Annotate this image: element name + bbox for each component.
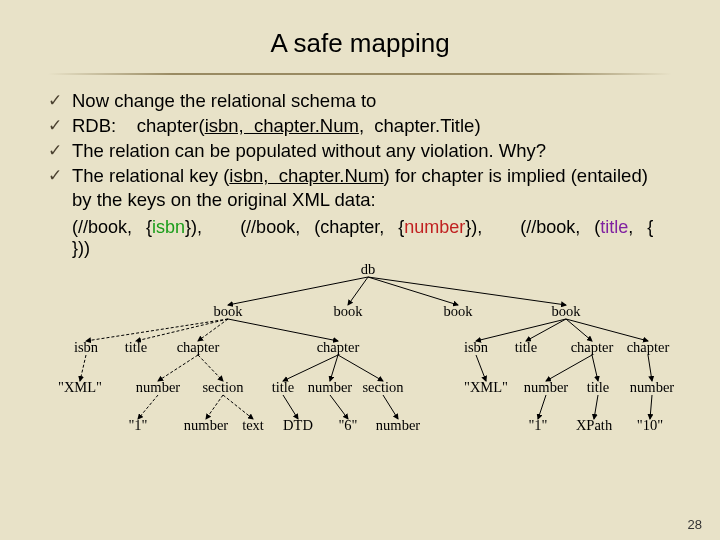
kexp-3-comma: , bbox=[628, 217, 633, 237]
svg-line-12 bbox=[80, 355, 86, 381]
svg-line-20 bbox=[223, 395, 253, 419]
divider-line bbox=[48, 73, 672, 75]
kexp-1-close: }), bbox=[185, 217, 202, 237]
node-title-r2: title bbox=[587, 379, 610, 396]
node-number-r1: number bbox=[524, 379, 568, 396]
node-isbn-l: isbn bbox=[74, 339, 98, 356]
svg-line-17 bbox=[338, 355, 383, 381]
svg-line-25 bbox=[546, 355, 592, 381]
node-val-10: "10" bbox=[637, 417, 663, 434]
bullet-4-pre: The relational key ( bbox=[72, 165, 229, 186]
svg-line-21 bbox=[283, 395, 298, 419]
svg-line-7 bbox=[228, 319, 338, 341]
kexp-2-number: number bbox=[404, 217, 465, 237]
node-title-r: title bbox=[515, 339, 538, 356]
bullet-4: The relational key (isbn, chapter.Num) f… bbox=[48, 164, 672, 210]
bullet-2-key: isbn, chapter.Num bbox=[205, 115, 359, 136]
svg-line-13 bbox=[158, 355, 198, 381]
bullet-1: Now change the relational schema to bbox=[48, 89, 672, 112]
svg-line-24 bbox=[476, 355, 486, 381]
key-expressions: (//book,{isbn}), (//book,(chapter,{numbe… bbox=[72, 217, 672, 259]
bullet-2-pre: RDB: chapter( bbox=[72, 115, 205, 136]
svg-line-1 bbox=[348, 277, 368, 305]
svg-line-23 bbox=[383, 395, 398, 419]
node-chapter-r2: chapter bbox=[627, 339, 670, 356]
node-chapter-l1: chapter bbox=[177, 339, 220, 356]
node-title-l: title bbox=[125, 339, 148, 356]
node-title-m: title bbox=[272, 379, 295, 396]
svg-line-29 bbox=[594, 395, 598, 419]
node-number-mr: number bbox=[376, 417, 420, 434]
xml-tree-diagram: db book book book book isbn title chapte… bbox=[58, 261, 678, 455]
node-val-6: "6" bbox=[338, 417, 357, 434]
kexp-3-title: title bbox=[600, 217, 628, 237]
kexp-3-book: (//book, bbox=[520, 217, 580, 237]
node-number-r2: number bbox=[630, 379, 674, 396]
bullet-4-key: isbn, chapter.Num bbox=[229, 165, 383, 186]
node-val-1-l: "1" bbox=[128, 417, 147, 434]
svg-line-5 bbox=[136, 319, 228, 341]
svg-line-16 bbox=[330, 355, 338, 381]
node-section-l: section bbox=[202, 379, 243, 396]
svg-line-15 bbox=[283, 355, 338, 381]
kexp-1-book: (//book, bbox=[72, 217, 132, 237]
node-xpath: XPath bbox=[576, 417, 612, 434]
svg-line-9 bbox=[526, 319, 566, 341]
node-section-m: section bbox=[362, 379, 403, 396]
bullet-2-post: , chapter.Title) bbox=[359, 115, 481, 136]
kexp-2-close: }), bbox=[465, 217, 482, 237]
svg-line-26 bbox=[592, 355, 598, 381]
bullet-2: RDB: chapter(isbn, chapter.Num, chapter.… bbox=[48, 114, 672, 137]
node-number-m: number bbox=[308, 379, 352, 396]
kexp-2-book: (//book, bbox=[240, 217, 300, 237]
kexp-1-isbn: isbn bbox=[152, 217, 185, 237]
svg-line-22 bbox=[330, 395, 348, 419]
node-isbn-r: isbn bbox=[464, 339, 488, 356]
node-text: text bbox=[242, 417, 264, 434]
page-number: 28 bbox=[688, 517, 702, 532]
svg-line-27 bbox=[648, 355, 652, 381]
svg-line-3 bbox=[368, 277, 566, 305]
node-number-l1: number bbox=[136, 379, 180, 396]
node-book-2: book bbox=[334, 303, 363, 320]
svg-line-11 bbox=[566, 319, 648, 341]
node-number-ll: number bbox=[184, 417, 228, 434]
slide-title: A safe mapping bbox=[48, 28, 672, 59]
svg-line-6 bbox=[198, 319, 228, 341]
node-chapter-l2: chapter bbox=[317, 339, 360, 356]
kexp-2-chapter: (chapter, bbox=[314, 217, 384, 237]
svg-line-18 bbox=[138, 395, 158, 419]
node-book-3: book bbox=[444, 303, 473, 320]
node-val-1-r: "1" bbox=[528, 417, 547, 434]
node-xml-l: "XML" bbox=[58, 379, 102, 396]
node-dtd: DTD bbox=[283, 417, 313, 434]
bullet-3: The relation can be populated without an… bbox=[48, 139, 672, 162]
node-db: db bbox=[361, 261, 376, 278]
svg-line-30 bbox=[650, 395, 652, 419]
svg-line-2 bbox=[368, 277, 458, 305]
svg-line-10 bbox=[566, 319, 592, 341]
svg-line-8 bbox=[476, 319, 566, 341]
svg-line-19 bbox=[206, 395, 223, 419]
svg-line-14 bbox=[198, 355, 223, 381]
node-book-1: book bbox=[214, 303, 243, 320]
node-xml-r: "XML" bbox=[464, 379, 508, 396]
svg-line-4 bbox=[86, 319, 228, 341]
svg-line-28 bbox=[538, 395, 546, 419]
node-chapter-r1: chapter bbox=[571, 339, 614, 356]
svg-line-0 bbox=[228, 277, 368, 305]
node-book-4: book bbox=[552, 303, 581, 320]
bullet-list: Now change the relational schema to RDB:… bbox=[48, 89, 672, 211]
